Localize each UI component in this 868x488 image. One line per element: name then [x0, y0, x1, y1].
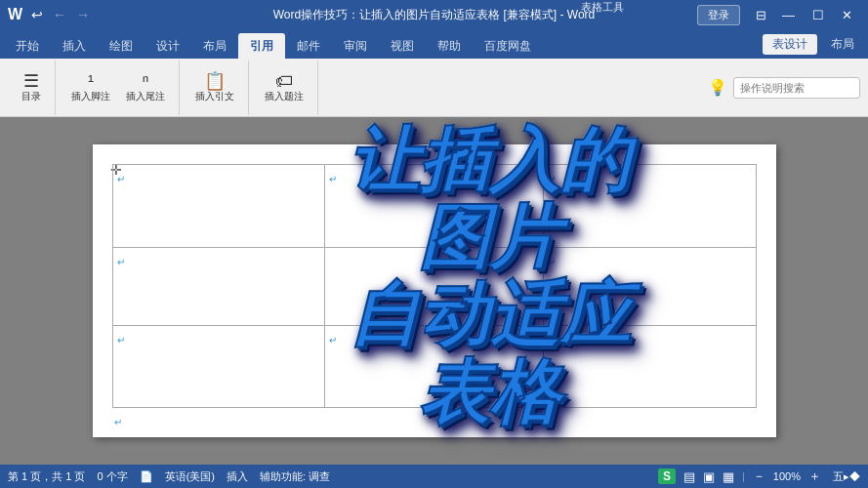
document-area: ✛ ↵ ↵ ↵ ↵: [0, 117, 868, 465]
language-label[interactable]: 英语(美国): [165, 469, 215, 484]
insert-caption-button[interactable]: 🏷 插入题注: [259, 70, 310, 105]
ribbon-tabs: 开始 插入 绘图 设计 布局 引用 邮件 审阅 视图 帮助 百度网盘 表设计 布…: [0, 29, 868, 59]
endnote-icon: ⁿ: [143, 72, 149, 90]
insert-citation-button[interactable]: 📋 插入引文: [189, 70, 240, 105]
return-mark: ↵: [548, 174, 556, 184]
tab-table-layout[interactable]: 布局: [821, 34, 864, 55]
table-row: ↵ ↵ ↵: [112, 325, 756, 408]
login-button[interactable]: 登录: [697, 5, 740, 25]
ribbon-group-toc: ☰ 目录: [8, 61, 56, 115]
zoom-in-button[interactable]: ＋: [808, 468, 821, 485]
restore-button[interactable]: ☐: [805, 6, 832, 24]
tab-insert[interactable]: 插入: [51, 33, 98, 59]
tab-help[interactable]: 帮助: [426, 33, 473, 59]
table-tools-label: 表格工具: [581, 0, 624, 15]
view-normal-button[interactable]: ▤: [683, 469, 695, 484]
add-endnote-button[interactable]: ⁿ 插入尾注: [120, 70, 171, 105]
tab-view[interactable]: 视图: [379, 33, 426, 59]
word-logo-icon: W: [8, 6, 22, 23]
table-cell[interactable]: ↵: [112, 325, 324, 408]
return-mark: ↵: [329, 335, 337, 346]
tab-table-design[interactable]: 表设计: [763, 34, 817, 55]
return-mark: ↵: [548, 257, 556, 267]
five-label: 五▸◆: [833, 469, 860, 484]
close-button[interactable]: ✕: [834, 6, 860, 24]
citation-icon: 📋: [204, 72, 226, 90]
view-outline-button[interactable]: ▦: [723, 469, 734, 484]
return-mark: ↵: [329, 174, 337, 184]
doc-end-mark: ↵: [114, 417, 122, 427]
table-cell[interactable]: [324, 247, 543, 325]
char-count: 0 个字: [97, 469, 127, 484]
tab-mail[interactable]: 邮件: [285, 33, 332, 59]
table-cell[interactable]: ↵: [324, 325, 543, 408]
toc-icon: ☰: [23, 72, 39, 90]
search-input[interactable]: [733, 77, 860, 99]
separator: |: [742, 470, 745, 482]
return-mark: ↵: [117, 257, 125, 267]
table-cell[interactable]: ↵: [324, 165, 543, 248]
add-footnote-button[interactable]: ¹ 插入脚注: [65, 70, 116, 105]
tab-design[interactable]: 设计: [145, 33, 191, 59]
page-info: 第 1 页，共 1 页: [8, 469, 85, 484]
zoom-level: 100%: [773, 470, 801, 482]
title-bar-right: 登录 ⊟ — ☐ ✕: [697, 5, 860, 25]
title-bar-title: Word操作技巧：让插入的图片自动适应表格 [兼容模式] - Word: [273, 7, 596, 23]
ribbon-tabs-right: 表设计 布局: [763, 34, 864, 59]
table-cell[interactable]: ↵: [544, 325, 756, 408]
caption-icon: 🏷: [275, 72, 293, 90]
return-mark: ↵: [117, 335, 125, 346]
view-web-button[interactable]: ▣: [703, 469, 715, 484]
status-bar-right: S ▤ ▣ ▦ | － 100% ＋ 五▸◆: [658, 468, 860, 485]
ribbon-group-citations: 📋 插入引文: [182, 61, 249, 115]
bulb-icon: 💡: [708, 78, 727, 97]
doc-icon: 📄: [140, 470, 153, 483]
return-mark: ↵: [117, 174, 125, 184]
table-cell[interactable]: ↵: [112, 247, 324, 325]
ribbon-group-captions: 🏷 插入题注: [251, 61, 318, 115]
table-cell[interactable]: ↵: [112, 165, 324, 248]
ribbon-toggle-button[interactable]: ⊟: [750, 6, 772, 24]
ribbon-group-footnotes: ¹ 插入脚注 ⁿ 插入尾注: [58, 61, 180, 115]
minimize-button[interactable]: —: [774, 6, 803, 24]
document-page: ✛ ↵ ↵ ↵ ↵: [93, 144, 776, 437]
accessibility-label[interactable]: 辅助功能: 调查: [260, 469, 330, 484]
nav-back-button[interactable]: ←: [50, 5, 69, 24]
tab-draw[interactable]: 绘图: [98, 33, 145, 59]
tab-baidu[interactable]: 百度网盘: [473, 33, 543, 59]
return-mark: ↵: [548, 335, 556, 346]
table-cell[interactable]: ↵: [544, 165, 756, 248]
tab-references[interactable]: 引用: [238, 33, 285, 59]
table-cell[interactable]: ↵: [544, 247, 756, 325]
title-bar-nav: ↩ ← →: [28, 5, 93, 24]
table-row: ↵ ↵: [112, 247, 756, 325]
zoom-out-button[interactable]: －: [753, 468, 765, 485]
undo-button[interactable]: ↩: [28, 5, 46, 24]
title-bar: W ↩ ← → Word操作技巧：让插入的图片自动适应表格 [兼容模式] - W…: [0, 0, 868, 29]
nav-forward-button[interactable]: →: [73, 5, 93, 24]
toc-button[interactable]: ☰ 目录: [16, 70, 47, 105]
insert-mode-label: 插入: [227, 469, 248, 484]
title-bar-left: W ↩ ← →: [8, 5, 93, 24]
search-area: 💡: [708, 77, 860, 99]
status-bar: 第 1 页，共 1 页 0 个字 📄 英语(美国) 插入 辅助功能: 调查 S …: [0, 465, 868, 488]
wps-s-logo: S: [658, 468, 676, 484]
tab-layout[interactable]: 布局: [191, 33, 238, 59]
tab-home[interactable]: 开始: [4, 33, 51, 59]
tab-review[interactable]: 审阅: [332, 33, 379, 59]
footnote-icon: ¹: [88, 72, 94, 90]
ribbon-commands: ☰ 目录 ¹ 插入脚注 ⁿ 插入尾注 📋 插入引文 🏷: [0, 59, 868, 117]
document-table[interactable]: ↵ ↵ ↵ ↵ ↵: [112, 164, 757, 408]
table-row: ↵ ↵ ↵: [112, 165, 756, 248]
